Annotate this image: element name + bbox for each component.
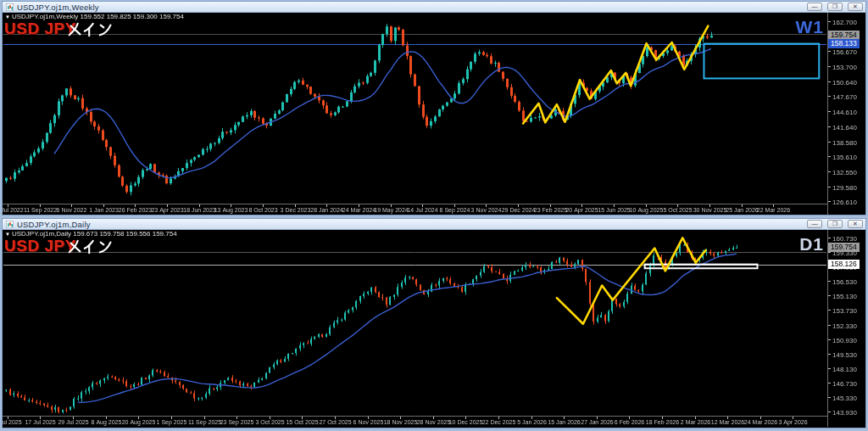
close-button[interactable]: ✕: [848, 220, 863, 228]
restore-button[interactable]: ❐: [827, 220, 843, 228]
window-title: USDJPY.oj1m,Daily: [17, 220, 91, 229]
restore-button[interactable]: ❐: [827, 3, 843, 11]
symbol-watermark: USD JPY: [4, 20, 76, 38]
timeframe-label: D1: [799, 234, 824, 255]
hline-price-tag: 158.133: [828, 39, 860, 48]
weekly-chart-canvas[interactable]: [3, 13, 865, 215]
minimize-button[interactable]: —: [807, 3, 822, 11]
chart-area-daily: ▼USDJPY.oj1m,Daily 159.673 159.758 159.5…: [3, 230, 865, 427]
main-label-katakana: [67, 239, 114, 258]
chart-window-weekly: USDJPY.oj1m,Weekly — ❐ ✕ ▼USDJPY.oj1m,We…: [2, 1, 866, 216]
main-label-katakana: [67, 22, 114, 41]
window-titlebar[interactable]: USDJPY.oj1m,Weekly — ❐ ✕: [3, 2, 865, 13]
current-price-tag: 159.754: [828, 243, 860, 252]
symbol-watermark: USD JPY: [4, 237, 76, 255]
chart-window-icon: [6, 3, 14, 11]
chart-window-icon: [6, 221, 14, 228]
chart-area-weekly: ▼USDJPY.oj1m,Weekly 159.552 159.825 159.…: [3, 13, 865, 215]
hline-price-tag: 158.126: [828, 260, 860, 269]
timeframe-label: W1: [796, 17, 825, 37]
chart-window-daily: USDJPY.oj1m,Daily — ❐ ✕ ▼USDJPY.oj1m,Dai…: [2, 218, 866, 428]
window-title: USDJPY.oj1m,Weekly: [17, 3, 99, 12]
mt-workspace: USDJPY.oj1m,Weekly — ❐ ✕ ▼USDJPY.oj1m,We…: [0, 0, 868, 431]
minimize-button[interactable]: —: [807, 220, 822, 228]
daily-chart-canvas[interactable]: [3, 230, 865, 427]
window-titlebar[interactable]: USDJPY.oj1m,Daily — ❐ ✕: [3, 219, 865, 230]
close-button[interactable]: ✕: [848, 3, 863, 11]
